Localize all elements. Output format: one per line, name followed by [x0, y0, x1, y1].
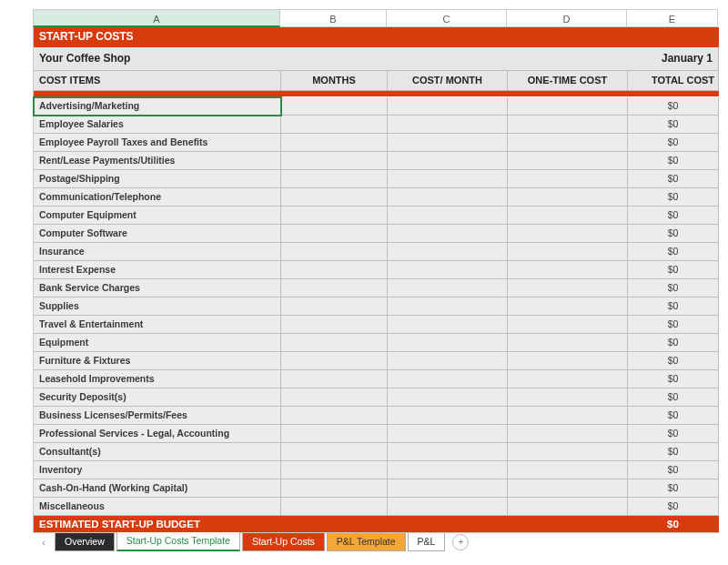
cost-month-cell[interactable]	[388, 407, 508, 425]
months-cell[interactable]	[281, 279, 388, 298]
item-name-cell[interactable]: Bank Service Charges	[34, 279, 281, 298]
cost-month-cell[interactable]	[388, 188, 508, 207]
one-time-cost-cell[interactable]	[508, 243, 628, 261]
total-cost-cell[interactable]: $0	[628, 207, 719, 225]
item-name-cell[interactable]: Communication/Telephone	[34, 188, 281, 207]
item-name-cell[interactable]: Furniture & Fixtures	[34, 352, 281, 370]
item-name-cell[interactable]: Postage/Shipping	[34, 170, 281, 188]
total-cost-cell[interactable]: $0	[628, 261, 719, 279]
one-time-cost-cell[interactable]	[508, 97, 628, 116]
months-cell[interactable]	[281, 407, 388, 425]
total-cost-cell[interactable]: $0	[628, 461, 719, 479]
cost-month-cell[interactable]	[388, 334, 508, 352]
one-time-cost-cell[interactable]	[508, 388, 628, 407]
tab-startup-costs-template[interactable]: Start-Up Costs Template	[116, 532, 240, 551]
header-cost-items[interactable]: COST ITEMS	[34, 71, 281, 91]
item-name-cell[interactable]: Employee Payroll Taxes and Benefits	[34, 134, 281, 152]
months-cell[interactable]	[281, 316, 388, 334]
cost-month-cell[interactable]	[388, 207, 508, 225]
total-cost-cell[interactable]: $0	[628, 479, 719, 498]
total-cost-cell[interactable]: $0	[628, 298, 719, 316]
total-cost-cell[interactable]: $0	[628, 352, 719, 370]
column-header-E[interactable]: E	[627, 9, 718, 27]
item-name-cell[interactable]: Inventory	[34, 461, 281, 479]
cell[interactable]	[508, 27, 628, 47]
cell[interactable]	[388, 47, 508, 71]
item-name-cell[interactable]: Miscellaneous	[34, 498, 281, 516]
column-header-A[interactable]: A	[33, 9, 280, 27]
cost-month-cell[interactable]	[388, 116, 508, 134]
cost-month-cell[interactable]	[388, 134, 508, 152]
cost-month-cell[interactable]	[388, 461, 508, 479]
header-cost-month[interactable]: COST/ MONTH	[388, 71, 508, 91]
months-cell[interactable]	[281, 116, 388, 134]
one-time-cost-cell[interactable]	[508, 188, 628, 207]
one-time-cost-cell[interactable]	[508, 334, 628, 352]
item-name-cell[interactable]: Travel & Entertainment	[34, 316, 281, 334]
months-cell[interactable]	[281, 170, 388, 188]
months-cell[interactable]	[281, 97, 388, 116]
item-name-cell[interactable]: Cash-On-Hand (Working Capital)	[34, 479, 281, 498]
total-cost-cell[interactable]: $0	[628, 152, 719, 170]
cost-month-cell[interactable]	[388, 316, 508, 334]
cost-month-cell[interactable]	[388, 498, 508, 516]
cell[interactable]	[508, 47, 628, 71]
one-time-cost-cell[interactable]	[508, 279, 628, 298]
header-total-cost[interactable]: TOTAL COST	[628, 71, 719, 91]
item-name-cell[interactable]: Leasehold Improvements	[34, 370, 281, 388]
company-cell[interactable]: Your Coffee Shop	[34, 47, 281, 71]
one-time-cost-cell[interactable]	[508, 225, 628, 243]
cost-month-cell[interactable]	[388, 97, 508, 116]
one-time-cost-cell[interactable]	[508, 370, 628, 388]
cost-month-cell[interactable]	[388, 388, 508, 407]
cell[interactable]	[508, 516, 628, 534]
months-cell[interactable]	[281, 498, 388, 516]
months-cell[interactable]	[281, 461, 388, 479]
months-cell[interactable]	[281, 298, 388, 316]
total-cost-cell[interactable]: $0	[628, 498, 719, 516]
tab-pl-template[interactable]: P&L Template	[327, 533, 406, 551]
date-cell[interactable]: January 1	[628, 47, 719, 71]
months-cell[interactable]	[281, 225, 388, 243]
item-name-cell[interactable]: Insurance	[34, 243, 281, 261]
column-header-C[interactable]: C	[387, 9, 507, 27]
total-cost-cell[interactable]: $0	[628, 225, 719, 243]
one-time-cost-cell[interactable]	[508, 352, 628, 370]
total-cost-cell[interactable]: $0	[628, 443, 719, 461]
one-time-cost-cell[interactable]	[508, 170, 628, 188]
one-time-cost-cell[interactable]	[508, 152, 628, 170]
add-sheet-button[interactable]: +	[452, 534, 469, 550]
header-months[interactable]: MONTHS	[281, 71, 388, 91]
months-cell[interactable]	[281, 479, 388, 498]
cost-month-cell[interactable]	[388, 370, 508, 388]
cost-month-cell[interactable]	[388, 261, 508, 279]
total-cost-cell[interactable]: $0	[628, 316, 719, 334]
cost-month-cell[interactable]	[388, 479, 508, 498]
column-header-D[interactable]: D	[507, 9, 627, 27]
item-name-cell[interactable]: Equipment	[34, 334, 281, 352]
cost-month-cell[interactable]	[388, 425, 508, 443]
months-cell[interactable]	[281, 152, 388, 170]
cost-month-cell[interactable]	[388, 152, 508, 170]
total-cost-cell[interactable]: $0	[628, 370, 719, 388]
months-cell[interactable]	[281, 352, 388, 370]
one-time-cost-cell[interactable]	[508, 261, 628, 279]
total-cost-cell[interactable]: $0	[628, 116, 719, 134]
item-name-cell[interactable]: Advertising/Marketing	[34, 97, 281, 116]
item-name-cell[interactable]: Interest Expense	[34, 261, 281, 279]
total-cost-cell[interactable]: $0	[628, 97, 719, 116]
months-cell[interactable]	[281, 188, 388, 207]
total-cost-cell[interactable]: $0	[628, 407, 719, 425]
item-name-cell[interactable]: Employee Salaries	[34, 116, 281, 134]
one-time-cost-cell[interactable]	[508, 116, 628, 134]
months-cell[interactable]	[281, 388, 388, 407]
total-cost-cell[interactable]: $0	[628, 334, 719, 352]
months-cell[interactable]	[281, 243, 388, 261]
months-cell[interactable]	[281, 425, 388, 443]
budget-total[interactable]: $0	[628, 516, 719, 534]
item-name-cell[interactable]: Security Deposit(s)	[34, 388, 281, 407]
cost-month-cell[interactable]	[388, 352, 508, 370]
cell[interactable]	[628, 27, 719, 47]
cost-month-cell[interactable]	[388, 298, 508, 316]
months-cell[interactable]	[281, 261, 388, 279]
